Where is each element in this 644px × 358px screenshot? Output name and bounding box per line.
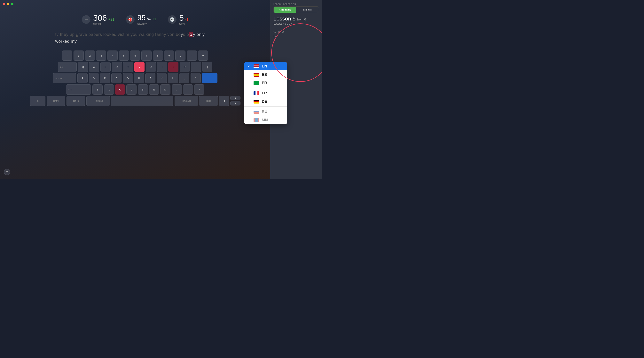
key-2[interactable]: 2 (85, 50, 95, 61)
lang-option-es[interactable]: ES (244, 70, 287, 79)
speed-values: 306 +21 char/min (93, 14, 114, 25)
typos-delta: -1 (185, 18, 188, 22)
speed-number: 306 (93, 14, 107, 22)
key-quote[interactable]: ' (190, 73, 201, 83)
key-j[interactable]: J (145, 73, 156, 83)
key-4[interactable]: 4 (108, 50, 118, 61)
typos-number: 5 (179, 14, 184, 22)
key-capslock[interactable]: caps lock (53, 73, 76, 83)
key-minus[interactable]: - (187, 50, 197, 61)
key-command-right[interactable]: command (174, 96, 198, 106)
key-9[interactable]: 9 (164, 50, 174, 61)
minimize-button[interactable] (7, 3, 9, 5)
lang-code-mn: MN (262, 118, 268, 122)
lang-code-es: ES (262, 72, 267, 77)
lesson-from: from 6 (297, 18, 306, 21)
language-dropdown[interactable]: ✓ EN ES PR FR DE (244, 62, 287, 124)
key-o[interactable]: O (168, 62, 178, 72)
help-button[interactable]: ? (4, 169, 10, 175)
key-t[interactable]: T (123, 62, 133, 72)
key-fn[interactable]: fn (30, 96, 46, 106)
key-return[interactable] (202, 73, 218, 83)
key-w[interactable]: W (89, 62, 99, 72)
key-shift-left[interactable]: shift (66, 84, 91, 94)
key-row-numbers: ~ 1 2 3 4 5 6 7 8 9 0 - = (46, 50, 224, 61)
key-equals[interactable]: = (198, 50, 208, 61)
key-d[interactable]: D (100, 73, 110, 83)
close-button[interactable] (3, 3, 5, 5)
key-s[interactable]: S (89, 73, 99, 83)
key-space[interactable] (111, 96, 174, 106)
flag-us (254, 64, 260, 68)
key-b[interactable]: B (138, 84, 148, 94)
accuracy-delta: +1 (152, 17, 156, 21)
typing-text: tv they up grave papers looked victim yo… (48, 31, 223, 45)
key-m[interactable]: M (160, 84, 170, 94)
key-q[interactable]: Q (78, 62, 88, 72)
settings-title: SETTINGS (274, 31, 319, 33)
key-g[interactable]: G (123, 73, 133, 83)
key-k[interactable]: K (156, 73, 167, 83)
lang-option-ru[interactable]: RU (244, 108, 287, 116)
key-slash[interactable]: / (194, 84, 204, 94)
maximize-button[interactable] (11, 3, 14, 5)
key-arrow-up[interactable]: ▲ (230, 96, 240, 100)
language-row[interactable]: La (274, 34, 319, 38)
key-p[interactable]: P (180, 62, 190, 72)
key-e[interactable]: E (100, 62, 110, 72)
lang-option-fr[interactable]: FR (244, 89, 287, 97)
key-y[interactable]: Y (134, 62, 144, 72)
key-command-left[interactable]: command (86, 96, 110, 106)
key-v[interactable]: V (126, 84, 136, 94)
key-n[interactable]: N (149, 84, 159, 94)
key-c[interactable]: C (115, 84, 125, 94)
key-tab[interactable]: tab (58, 62, 77, 72)
lang-option-de[interactable]: DE (244, 97, 287, 106)
key-a[interactable]: A (78, 73, 88, 83)
key-tilde[interactable]: ~ (62, 50, 72, 61)
speed-icon: ⇒ (82, 15, 90, 24)
automatic-button[interactable]: Automatic (274, 7, 296, 13)
key-row-bottom: fn control option command command option… (46, 96, 224, 106)
key-3[interactable]: 3 (96, 50, 106, 61)
key-rbracket[interactable]: ] (202, 62, 212, 72)
key-l[interactable]: L (168, 73, 178, 83)
speed-label: char/min (93, 22, 114, 25)
key-option-right[interactable]: option (199, 96, 218, 106)
key-arrow-left[interactable]: ◀ (219, 96, 229, 106)
key-comma[interactable]: , (172, 84, 182, 94)
key-5[interactable]: 5 (119, 50, 129, 61)
key-control[interactable]: control (46, 96, 65, 106)
key-r[interactable]: R (112, 62, 122, 72)
lang-separator-1 (244, 88, 287, 88)
key-z[interactable]: Z (92, 84, 102, 94)
key-period[interactable]: . (183, 84, 193, 94)
key-f[interactable]: F (111, 73, 122, 83)
key-i[interactable]: I (157, 62, 167, 72)
key-x[interactable]: X (104, 84, 114, 94)
lang-separator-2 (244, 106, 287, 107)
check-icon: ✓ (247, 64, 251, 68)
key-8[interactable]: 8 (153, 50, 163, 61)
lang-option-pr[interactable]: PR (244, 79, 287, 87)
lang-option-mn[interactable]: MN (244, 116, 287, 124)
accuracy-label: accuracy (137, 22, 156, 25)
key-semicolon[interactable]: ; (179, 73, 190, 83)
key-0[interactable]: 0 (175, 50, 186, 61)
key-6[interactable]: 6 (130, 50, 140, 61)
key-option-left[interactable]: option (66, 96, 85, 106)
lang-code-de: DE (262, 99, 267, 104)
lesson-selection-section: LESSON SELECTION Automatic Manual (274, 3, 319, 13)
key-1[interactable]: 1 (74, 50, 84, 61)
lesson-title: Lesson 5 (274, 16, 296, 22)
key-h[interactable]: H (134, 73, 144, 83)
key-7[interactable]: 7 (142, 50, 152, 61)
accuracy-unit: % (147, 17, 151, 21)
lang-option-en[interactable]: ✓ EN (244, 62, 287, 70)
key-lbracket[interactable]: [ (191, 62, 201, 72)
lang-code-fr: FR (262, 91, 267, 95)
key-arrow-down[interactable]: ▼ (230, 101, 240, 106)
key-u[interactable]: U (146, 62, 156, 72)
typos-label: typos (179, 22, 188, 25)
manual-button[interactable]: Manual (296, 7, 319, 13)
